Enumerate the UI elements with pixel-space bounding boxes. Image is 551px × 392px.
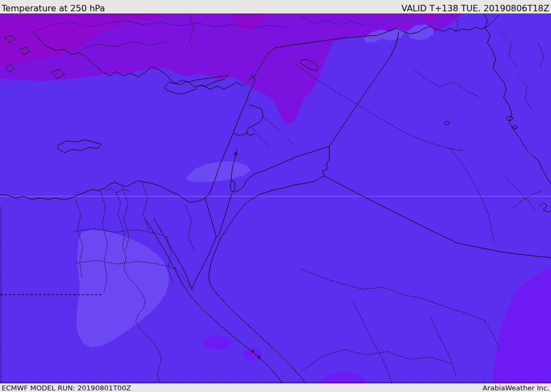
- shade-violet-nile-1: [203, 336, 231, 350]
- valid-time-label: VALID T+138 TUE. 20190806T18Z: [401, 4, 549, 13]
- model-run-label: ECMWF MODEL RUN: 20190801T00Z: [2, 384, 131, 391]
- map-canvas: [0, 0, 551, 392]
- header-bar: Temperature at 250 hPa VALID T+138 TUE. …: [0, 0, 551, 13]
- map-title: Temperature at 250 hPa: [2, 4, 105, 13]
- shade-dark-purple-2: [122, 13, 160, 20]
- shade-dark-purple-4: [425, 14, 439, 20]
- credit-label: ArabiaWeather Inc.: [483, 384, 549, 391]
- footer-bar: ECMWF MODEL RUN: 20190801T00Z ArabiaWeat…: [0, 383, 551, 392]
- temperature-shading: [0, 13, 551, 383]
- weather-map-window: Temperature at 250 hPa VALID T+138 TUE. …: [0, 0, 551, 392]
